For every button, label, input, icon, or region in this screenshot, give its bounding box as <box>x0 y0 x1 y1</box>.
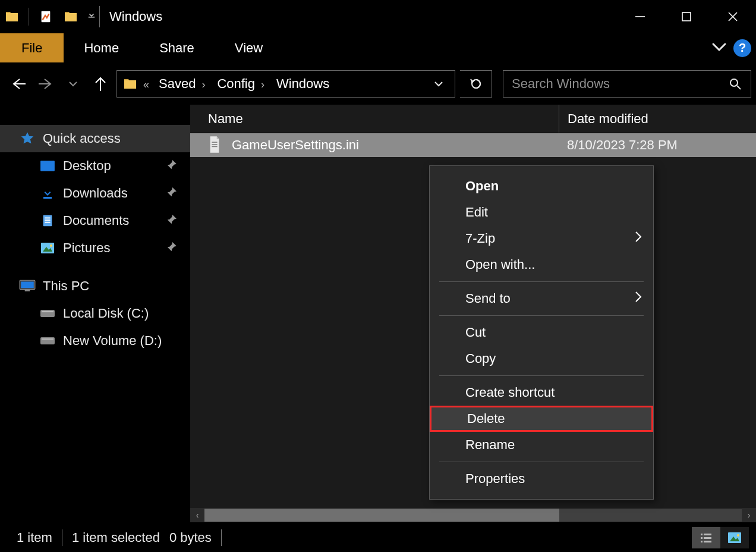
nav-label: Downloads <box>63 186 128 201</box>
svg-rect-28 <box>701 541 703 542</box>
status-item-count: 1 item <box>7 530 62 545</box>
desktop-icon <box>39 158 56 174</box>
recent-locations-button[interactable] <box>62 72 84 96</box>
scroll-left-button[interactable]: ‹ <box>190 508 204 522</box>
svg-rect-26 <box>701 537 703 539</box>
svg-rect-21 <box>212 142 217 142</box>
status-size: 0 bytes <box>169 530 221 545</box>
context-copy[interactable]: Copy <box>430 346 653 372</box>
svg-point-13 <box>50 244 52 247</box>
svg-rect-22 <box>212 144 217 145</box>
view-details-button[interactable] <box>692 527 720 548</box>
refresh-button[interactable] <box>460 70 492 98</box>
pin-icon[interactable] <box>166 186 177 201</box>
scroll-right-button[interactable]: › <box>742 508 756 522</box>
pin-icon[interactable] <box>166 158 177 174</box>
properties-icon[interactable] <box>37 8 54 25</box>
svg-rect-18 <box>42 311 53 312</box>
nav-drive-d[interactable]: New Volume (D:) <box>0 327 190 355</box>
separator <box>29 8 29 26</box>
nav-quick-access[interactable]: Quick access <box>0 125 190 152</box>
breadcrumb-history-dropdown[interactable] <box>429 79 449 89</box>
context-delete[interactable]: Delete <box>430 406 653 432</box>
context-properties[interactable]: Properties <box>430 466 653 492</box>
svg-rect-5 <box>40 161 55 171</box>
breadcrumb-segment[interactable]: Saved <box>159 76 196 92</box>
svg-rect-29 <box>704 541 711 542</box>
forward-button[interactable] <box>34 72 57 96</box>
nav-documents[interactable]: Documents <box>0 207 190 234</box>
nav-toolbar: « Saved › Config › Windows <box>0 63 756 105</box>
computer-icon <box>19 278 36 294</box>
new-folder-icon[interactable] <box>62 8 79 25</box>
svg-rect-15 <box>21 281 34 288</box>
scroll-thumb[interactable] <box>204 509 559 522</box>
chevron-right-icon: › <box>201 77 211 91</box>
separator <box>439 281 644 282</box>
drive-icon <box>39 305 56 322</box>
chevron-left-icon[interactable]: « <box>143 77 153 91</box>
folder-icon <box>4 8 20 25</box>
close-button[interactable] <box>710 0 756 33</box>
file-row[interactable]: GameUserSettings.ini 8/10/2023 7:28 PM <box>190 133 756 157</box>
separator <box>439 462 644 462</box>
separator <box>439 375 644 376</box>
ribbon-expand-icon[interactable] <box>711 40 727 56</box>
scroll-track[interactable] <box>204 509 742 522</box>
context-create-shortcut[interactable]: Create shortcut <box>430 380 653 406</box>
context-open[interactable]: Open <box>430 173 653 199</box>
nav-desktop[interactable]: Desktop <box>0 152 190 180</box>
minimize-button[interactable] <box>617 0 663 33</box>
nav-downloads[interactable]: Downloads <box>0 180 190 207</box>
breadcrumb[interactable]: « Saved › Config › Windows <box>116 70 455 98</box>
nav-this-pc[interactable]: This PC <box>0 272 190 300</box>
ribbon: File Home Share View ? <box>0 33 756 63</box>
svg-rect-16 <box>25 290 30 291</box>
nav-drive-c[interactable]: Local Disk (C:) <box>0 300 190 327</box>
pin-icon[interactable] <box>166 213 177 228</box>
column-header: Name Date modified <box>190 105 756 133</box>
svg-rect-23 <box>212 146 217 147</box>
context-rename[interactable]: Rename <box>430 432 653 458</box>
help-icon[interactable]: ? <box>733 39 751 57</box>
drive-icon <box>39 333 56 349</box>
svg-rect-24 <box>701 534 703 535</box>
maximize-button[interactable] <box>663 0 710 33</box>
ribbon-file-tab[interactable]: File <box>0 33 64 62</box>
nav-label: Documents <box>63 213 129 228</box>
context-open-with[interactable]: Open with... <box>430 252 653 278</box>
file-name: GameUserSettings.ini <box>232 137 359 153</box>
nav-label: New Volume (D:) <box>63 333 162 349</box>
window-title: Windows <box>109 9 162 24</box>
context-edit[interactable]: Edit <box>430 199 653 225</box>
nav-pictures[interactable]: Pictures <box>0 234 190 262</box>
status-bar: 1 item 1 item selected 0 bytes <box>0 522 756 552</box>
ribbon-tab-view[interactable]: View <box>215 33 283 62</box>
breadcrumb-segment[interactable]: Config <box>217 76 255 92</box>
star-icon <box>19 130 36 147</box>
breadcrumb-segment[interactable]: Windows <box>276 76 329 92</box>
chevron-right-icon: › <box>261 77 270 91</box>
file-name-cell: GameUserSettings.ini <box>208 136 567 154</box>
ribbon-tab-home[interactable]: Home <box>64 33 139 62</box>
context-cut[interactable]: Cut <box>430 319 653 346</box>
separator <box>99 6 100 27</box>
context-7zip[interactable]: 7-Zip <box>430 225 653 252</box>
up-button[interactable] <box>89 72 112 96</box>
ribbon-tab-share[interactable]: Share <box>139 33 215 62</box>
context-send-to[interactable]: Send to <box>430 286 653 312</box>
column-name[interactable]: Name <box>208 111 559 127</box>
svg-rect-25 <box>704 534 711 535</box>
search-icon[interactable] <box>728 77 742 91</box>
file-date: 8/10/2023 7:28 PM <box>567 137 751 153</box>
pin-icon[interactable] <box>166 240 177 256</box>
qat-dropdown-icon[interactable] <box>87 11 96 23</box>
nav-label: Pictures <box>63 240 110 256</box>
horizontal-scrollbar[interactable]: ‹ › <box>190 508 756 522</box>
search-box[interactable] <box>503 70 751 98</box>
view-thumbnails-button[interactable] <box>720 527 749 548</box>
search-input[interactable] <box>512 76 728 92</box>
column-date[interactable]: Date modified <box>559 111 744 127</box>
back-button[interactable] <box>7 72 30 96</box>
svg-rect-30 <box>728 532 741 543</box>
